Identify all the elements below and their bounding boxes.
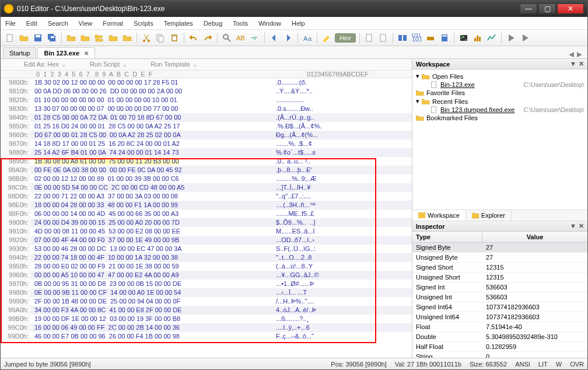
hex-row[interactable]: 9840h:01 28 C5 00 00 0A 72 DA 01 00 70 1… <box>1 113 412 122</box>
hex-row[interactable]: 9990h:2F 00 00 1B 48 00 00 DE 25 00 00 9… <box>1 297 412 306</box>
hex-row[interactable]: 98B0h:02 00 00 12 12 00 00 89 01 00 00 3… <box>1 174 412 183</box>
nav-fwd-icon[interactable] <box>282 32 294 44</box>
compare-icon[interactable] <box>397 32 408 44</box>
hex-row[interactable]: 98F0h:06 00 00 00 14 00 00 4D 45 00 00 6… <box>1 210 412 218</box>
checksum-icon[interactable] <box>425 32 436 44</box>
save-all-icon[interactable] <box>46 32 58 44</box>
play2-icon[interactable] <box>519 32 531 44</box>
hex-row[interactable]: 9970h:0B 00 00 95 31 00 00 D8 23 00 00 0… <box>1 280 412 288</box>
hex-row[interactable]: 9820h:01 10 00 00 00 00 00 00 01 00 00 0… <box>1 96 412 104</box>
minimize-button[interactable]: — <box>520 4 537 14</box>
panel-pin-icon[interactable]: ▼ <box>570 222 576 230</box>
edit-as-dropdown[interactable]: Edit As: Hex <box>24 61 66 68</box>
tab-scroll-right-icon[interactable]: ⯈ <box>576 51 583 58</box>
redo-icon[interactable] <box>202 32 214 44</box>
hex-row[interactable]: 98D0h:22 00 00 71 22 00 00 A3 37 00 00 3… <box>1 192 412 201</box>
chart-icon[interactable] <box>486 32 498 44</box>
inspector-row[interactable]: Unsigned Int536603 <box>412 292 587 302</box>
menu-file[interactable]: File <box>5 20 16 27</box>
close-tab-icon[interactable]: ✕ <box>84 50 89 57</box>
tree-open-files[interactable]: ▾ Open Files <box>416 72 584 81</box>
hex-row[interactable]: 99C0h:16 00 00 06 49 00 00 FF 2C 00 00 2… <box>1 323 412 332</box>
menu-view[interactable]: View <box>79 20 93 27</box>
tree-recent-file[interactable]: Bin 123.dumped.fixed.exe C:\Users\user\D… <box>416 106 584 114</box>
cut-icon[interactable] <box>141 32 152 44</box>
menu-scripts[interactable]: Scripts <box>134 20 153 27</box>
play-icon[interactable] <box>505 32 517 44</box>
hex-row[interactable]: 9960h:00 00 00 A5 10 00 00 47 47 00 00 E… <box>1 271 412 280</box>
find-replace-icon[interactable]: AB <box>235 32 247 44</box>
panel-close-icon[interactable]: ✕ <box>579 60 584 68</box>
ws-tab-workspace[interactable]: Workspace <box>412 210 466 221</box>
folder-stack-icon[interactable] <box>93 32 105 44</box>
menu-format[interactable]: Format <box>103 20 123 27</box>
tree-recent[interactable]: ▾ Recent Files <box>416 97 584 106</box>
hex-editor[interactable]: Edit As: Hex Run Script Run Template 0 1… <box>1 59 412 370</box>
hex-row[interactable]: 99A0h:34 00 00 F3 4A 00 00 8C 41 00 00 E… <box>1 306 412 315</box>
hex-row[interactable]: 9940h:22 00 00 74 18 00 00 4F 10 00 00 1… <box>1 253 412 262</box>
status-encoding[interactable]: ANSI <box>515 361 530 368</box>
inspector-row[interactable]: Signed Short12315 <box>412 263 587 273</box>
font-icon[interactable]: Aa <box>302 32 313 44</box>
copy-icon[interactable] <box>155 32 166 44</box>
menu-window[interactable]: Window <box>258 20 281 27</box>
tab-active-file[interactable]: Bin 123.exe✕ <box>37 47 95 58</box>
tab-scroll-left-icon[interactable]: ⯇ <box>569 51 575 58</box>
search-icon[interactable] <box>221 32 233 44</box>
status-w[interactable]: W <box>556 361 562 368</box>
hex-row[interactable]: 9850h:01 25 16 D0 24 00 00 01 28 C5 00 0… <box>1 122 412 131</box>
inspector-row[interactable]: Unsigned Short12315 <box>412 273 587 282</box>
paste-icon[interactable] <box>169 32 180 44</box>
calc-icon[interactable] <box>439 32 450 44</box>
histogram-icon[interactable] <box>472 32 484 44</box>
hex-row[interactable]: 9890h:1B 30 08 00 A8 61 00 00 75 00 00 1… <box>1 157 412 166</box>
inspector-row[interactable]: Unsigned Byte27 <box>412 253 587 263</box>
inspector-row[interactable]: Signed Int64107374182936603 <box>412 302 587 312</box>
new-file-icon[interactable] <box>4 32 16 44</box>
folder4-icon[interactable] <box>107 32 119 44</box>
nav-back-icon[interactable] <box>268 32 280 44</box>
hex-row[interactable]: 98C0h:0E 00 00 5D 54 00 00 CC 2C 00 00 C… <box>1 183 412 192</box>
menu-templates[interactable]: Templates <box>164 20 193 27</box>
run-template-dropdown[interactable]: Run Template <box>150 61 198 68</box>
hex-row[interactable]: 9900h:24 00 00 D4 39 00 00 15 25 00 00 A… <box>1 218 412 227</box>
hex-row[interactable]: 9980h:0E 00 00 9B 11 00 00 CF 14 00 00 A… <box>1 288 412 297</box>
menu-debug[interactable]: Debug <box>204 20 222 27</box>
status-ovr[interactable]: OVR <box>570 361 584 368</box>
menu-tools[interactable]: Tools <box>233 20 248 27</box>
run-script-dropdown[interactable]: Run Script <box>90 61 127 68</box>
menu-search[interactable]: Search <box>48 20 68 27</box>
hex-row[interactable]: 9910h:4D 00 00 08 11 00 00 45 53 00 00 E… <box>1 227 412 236</box>
hex-row[interactable]: 9920h:07 00 00 4F 44 00 00 F0 37 00 00 1… <box>1 236 412 245</box>
menu-edit[interactable]: Edit <box>26 20 37 27</box>
hex-row[interactable]: 99B0h:19 00 00 DF 1E 00 00 12 03 00 00 1… <box>1 315 412 323</box>
inspector-row[interactable]: Unsigned Int64107374182936603 <box>412 312 587 322</box>
doc2-icon[interactable] <box>377 32 389 44</box>
hex-row[interactable]: 99D0h:46 00 00 E7 0B 00 00 96 26 00 00 F… <box>1 332 412 341</box>
folder5-icon[interactable] <box>121 32 133 44</box>
hex-row[interactable]: 9830h:13 30 07 00 00 00 00 07 00 00 00 0… <box>1 104 412 113</box>
hex-row[interactable]: 9800h:1B 30 02 00 12 00 00 00 00 00 00 0… <box>1 78 412 87</box>
goto-icon[interactable] <box>249 32 261 44</box>
hex-row[interactable]: 9930h:53 00 00 46 28 00 00 DC 13 00 00 E… <box>1 245 412 253</box>
close-button[interactable]: ✕ <box>557 4 584 14</box>
status-endian[interactable]: LIT <box>538 361 548 368</box>
inspector-row[interactable]: Float7.51941e-40 <box>412 322 587 332</box>
inspector-row[interactable]: Double5.30498950392489e-310 <box>412 332 587 342</box>
hex-row[interactable]: 9810h:00 0A DD 06 00 00 00 26 DD 00 00 0… <box>1 87 412 96</box>
folder2-icon[interactable] <box>65 32 77 44</box>
panel-pin-icon[interactable]: ▼ <box>570 60 576 68</box>
panel-close-icon[interactable]: ✕ <box>579 222 584 230</box>
undo-icon[interactable] <box>188 32 200 44</box>
hex-row[interactable]: 98A0h:00 FE 0E 0A 00 38 00 00 00 00 FE 0… <box>1 166 412 174</box>
save-icon[interactable] <box>32 32 44 44</box>
folder3-icon[interactable] <box>79 32 91 44</box>
tab-startup[interactable]: Startup <box>3 47 36 58</box>
hex-toggle-button[interactable]: Hex <box>335 33 356 43</box>
inspector-row[interactable]: Signed Byte27 <box>412 243 587 253</box>
binary-icon[interactable]: 01011010 <box>411 32 422 44</box>
hex-row[interactable]: 9950h:28 00 00 E0 02 00 00 F9 21 00 00 1… <box>1 262 412 271</box>
ws-tab-explorer[interactable]: Explorer <box>466 210 512 221</box>
inspector-row[interactable]: Half Float0.1282959 <box>412 342 587 352</box>
tree-bookmarked[interactable]: Bookmarked Files <box>416 114 584 122</box>
